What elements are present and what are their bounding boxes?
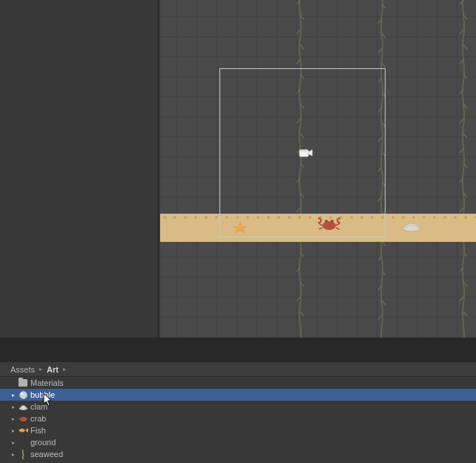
breadcrumb-current[interactable]: Art bbox=[47, 365, 59, 374]
bubble-icon bbox=[18, 390, 28, 400]
svg-point-3 bbox=[325, 220, 327, 222]
camera-gizmo-icon[interactable] bbox=[298, 148, 313, 158]
asset-list[interactable]: Materials▸bubble▸clam▸crab▸Fish▸ground▸s… bbox=[0, 377, 476, 460]
sprite-starfish[interactable] bbox=[231, 220, 250, 234]
chevron-right-icon: ▸ bbox=[39, 366, 42, 372]
sprite-seaweed[interactable] bbox=[295, 0, 305, 345]
asset-row-ground[interactable]: ▸ground bbox=[0, 436, 476, 448]
asset-row-crab[interactable]: ▸crab bbox=[0, 413, 476, 424]
blank-icon bbox=[18, 437, 28, 447]
asset-row-clam[interactable]: ▸clam bbox=[0, 401, 476, 413]
expand-arrow-icon[interactable]: ▸ bbox=[10, 404, 16, 410]
svg-point-9 bbox=[21, 393, 23, 395]
asset-label: bubble bbox=[30, 390, 55, 399]
svg-rect-5 bbox=[300, 150, 308, 157]
svg-point-4 bbox=[331, 220, 333, 222]
svg-point-8 bbox=[19, 391, 27, 398]
seaweed-icon bbox=[18, 449, 28, 459]
asset-label: seaweed bbox=[30, 450, 63, 459]
scene-view[interactable] bbox=[160, 0, 476, 338]
asset-label: clam bbox=[30, 402, 47, 411]
svg-point-10 bbox=[20, 417, 27, 421]
breadcrumb-root[interactable]: Assets bbox=[10, 365, 35, 374]
crab-icon bbox=[18, 413, 28, 424]
chevron-right-icon: ▸ bbox=[63, 366, 66, 372]
expand-arrow-icon[interactable]: ▸ bbox=[10, 439, 16, 446]
expand-arrow-icon[interactable]: ▸ bbox=[10, 416, 16, 422]
folder-icon bbox=[18, 378, 28, 388]
sprite-seaweed[interactable] bbox=[458, 0, 469, 345]
asset-row-bubble[interactable]: ▸bubble bbox=[0, 389, 476, 401]
hierarchy-panel[interactable] bbox=[0, 0, 159, 340]
asset-row-materials[interactable]: Materials bbox=[0, 377, 476, 389]
project-panel[interactable]: Assets ▸ Art ▸ Materials▸bubble▸clam▸cra… bbox=[0, 362, 476, 463]
expand-arrow-icon[interactable]: ▸ bbox=[10, 427, 16, 434]
sprite-clam[interactable] bbox=[401, 219, 422, 232]
sprite-seaweed[interactable] bbox=[377, 0, 387, 345]
asset-label: crab bbox=[30, 414, 46, 423]
svg-point-6 bbox=[302, 150, 304, 152]
asset-label: Fish bbox=[30, 426, 46, 435]
asset-row-seaweed[interactable]: ▸seaweed bbox=[0, 448, 476, 460]
expand-arrow-icon[interactable]: ▸ bbox=[10, 451, 16, 458]
svg-point-0 bbox=[323, 221, 336, 230]
breadcrumb[interactable]: Assets ▸ Art ▸ bbox=[0, 362, 476, 377]
expand-arrow-icon[interactable]: ▸ bbox=[10, 392, 16, 398]
asset-label: ground bbox=[30, 438, 56, 447]
asset-label: Materials bbox=[30, 378, 64, 387]
asset-row-fish[interactable]: ▸Fish bbox=[0, 424, 476, 436]
scene-grid bbox=[160, 0, 476, 338]
panel-divider[interactable] bbox=[0, 338, 476, 362]
fish-icon bbox=[18, 425, 28, 436]
clam-icon bbox=[18, 401, 28, 412]
svg-point-7 bbox=[305, 150, 307, 152]
sprite-crab[interactable] bbox=[318, 216, 340, 232]
